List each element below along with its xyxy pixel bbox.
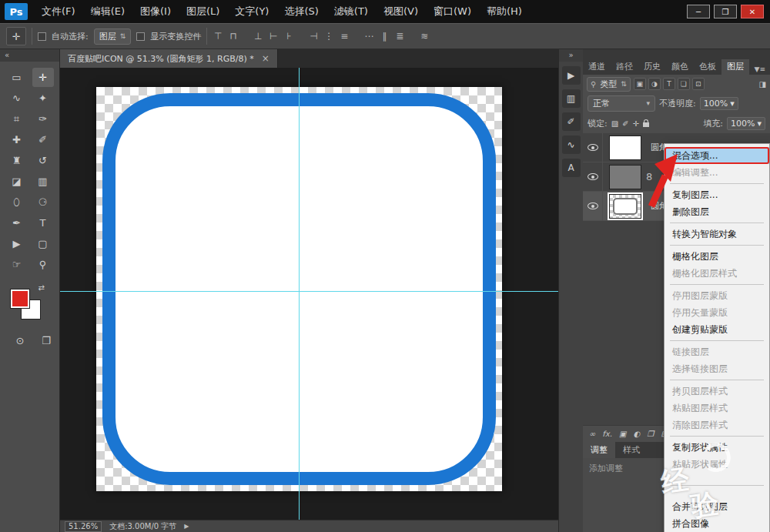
auto-select-checkbox[interactable] <box>38 32 46 41</box>
character-panel-icon[interactable]: A <box>562 159 581 177</box>
new-adjustment-layer-icon[interactable]: ◐ <box>633 430 640 438</box>
canvas-area[interactable] <box>60 68 558 520</box>
history-brush-tool[interactable]: ↺ <box>32 151 54 170</box>
menu-image[interactable]: 图像(I) <box>132 0 179 23</box>
menu-window[interactable]: 窗口(W) <box>426 0 479 23</box>
rectangular-marquee-tool[interactable]: ▭ <box>6 68 28 87</box>
foreground-color-swatch[interactable] <box>11 289 29 308</box>
collapse-tools-icon[interactable]: « <box>0 49 59 62</box>
align-left-edges-icon[interactable]: ⊢ <box>268 31 279 42</box>
eyedropper-tool[interactable]: ✑ <box>32 109 54 129</box>
path-selection-tool[interactable]: ▶ <box>6 234 28 253</box>
visibility-toggle[interactable] <box>583 133 603 162</box>
adjustments-panel-icon[interactable]: ▥ <box>562 89 581 108</box>
brush-tool[interactable]: ✐ <box>32 130 54 149</box>
zoom-level-field[interactable]: 51.26% <box>65 521 102 532</box>
lock-all-icon[interactable] <box>643 122 649 127</box>
auto-select-target-select[interactable]: 图层 ⇅ <box>94 28 132 45</box>
shape-tool[interactable]: ▢ <box>32 234 54 253</box>
context-menu-item[interactable]: 创建剪贴蒙版 <box>665 321 769 338</box>
align-vertical-centers-icon[interactable]: ⊓ <box>228 31 239 42</box>
menu-select[interactable]: 选择(S) <box>276 0 326 23</box>
menu-file[interactable]: 文件(F) <box>34 0 83 23</box>
new-group-icon[interactable]: ❐ <box>647 430 654 438</box>
type-tool[interactable]: T <box>32 213 54 233</box>
fill-input[interactable]: 100% ▾ <box>727 117 765 130</box>
hand-tool[interactable]: ☞ <box>6 255 28 274</box>
quick-selection-tool[interactable]: ✦ <box>32 89 54 108</box>
align-top-edges-icon[interactable]: ⊤ <box>213 31 223 42</box>
distribute-horizontal-centers-icon[interactable]: ≣ <box>394 31 405 42</box>
context-menu-item[interactable]: 转换为智能对象 <box>665 226 769 243</box>
menu-view[interactable]: 视图(V) <box>376 0 426 23</box>
tab-color[interactable]: 颜色 <box>666 59 694 75</box>
screen-mode-icon[interactable]: ❐ <box>35 331 57 350</box>
clone-source-panel-icon[interactable]: ∿ <box>562 136 581 154</box>
align-bottom-edges-icon[interactable]: ⊥ <box>253 31 263 42</box>
eraser-tool[interactable]: ◪ <box>6 172 28 191</box>
menu-layer[interactable]: 图层(L) <box>179 0 227 23</box>
lasso-tool[interactable]: ∿ <box>6 89 28 108</box>
layer-style-fx-icon[interactable]: fx. <box>602 430 612 438</box>
swap-colors-icon[interactable]: ⇄ <box>38 283 45 292</box>
move-tool-preset-icon[interactable]: ✛ <box>6 27 26 45</box>
tab-layers[interactable]: 图层 <box>721 59 749 75</box>
filter-smart-objects-icon[interactable]: ⊡ <box>692 78 705 90</box>
gradient-tool[interactable]: ▥ <box>32 172 54 191</box>
distribute-right-edges-icon[interactable]: ≋ <box>419 31 430 42</box>
close-button[interactable]: ✕ <box>741 5 764 18</box>
visibility-toggle[interactable] <box>583 162 603 191</box>
quick-mask-icon[interactable]: ⊙ <box>9 331 31 350</box>
layer-filter-kind-select[interactable]: ⚲ 类型 ⇅ <box>587 77 631 92</box>
tab-paths[interactable]: 路径 <box>611 59 638 75</box>
restore-button[interactable]: ❐ <box>714 5 737 18</box>
tab-swatches[interactable]: 色板 <box>694 59 721 75</box>
tab-adjustments[interactable]: 调整 <box>583 442 615 458</box>
distribute-left-edges-icon[interactable]: ∥ <box>379 31 390 42</box>
menu-help[interactable]: 帮助(H) <box>479 0 530 23</box>
layer-thumbnail[interactable] <box>609 165 641 189</box>
context-menu-item[interactable]: 栅格化图层 <box>665 248 769 265</box>
tab-styles[interactable]: 样式 <box>615 442 648 458</box>
actions-panel-icon[interactable]: ▶ <box>562 66 581 85</box>
show-transform-controls-checkbox[interactable] <box>136 32 145 41</box>
zoom-tool[interactable]: ⚲ <box>32 255 54 274</box>
layer-thumbnail[interactable] <box>609 194 641 219</box>
blend-mode-select[interactable]: 正常 ▾ <box>588 95 655 112</box>
panel-menu-icon[interactable]: ▼≡ <box>750 64 770 75</box>
tab-history[interactable]: 历史 <box>638 59 666 75</box>
move-tool[interactable]: ✛ <box>32 68 54 87</box>
align-right-edges-icon[interactable]: ⊣ <box>308 31 319 42</box>
opacity-input[interactable]: 100% ▾ <box>700 97 738 110</box>
close-document-icon[interactable]: × <box>262 53 270 64</box>
brush-panel-icon[interactable]: ✐ <box>562 112 581 131</box>
lock-position-icon[interactable]: ✛ <box>633 119 639 128</box>
distribute-bottom-edges-icon[interactable]: ⋯ <box>363 31 374 42</box>
align-horizontal-centers-icon[interactable]: ⊦ <box>283 31 294 42</box>
lock-image-pixels-icon[interactable]: ✐ <box>622 119 628 128</box>
distribute-vertical-centers-icon[interactable]: ≡ <box>339 31 350 42</box>
filter-adjustment-layers-icon[interactable]: ◑ <box>648 78 661 90</box>
visibility-toggle[interactable] <box>583 192 603 220</box>
minimize-button[interactable]: ─ <box>687 5 710 18</box>
context-menu-item[interactable]: 合并可见图层 <box>665 498 769 515</box>
crop-tool[interactable]: ⌗ <box>6 109 28 129</box>
tab-channels[interactable]: 通道 <box>583 59 611 75</box>
status-flyout-icon[interactable]: ▶ <box>184 523 189 530</box>
document-tab[interactable]: 百度贴吧ICON @ 51.3% (圆角矩形 1, RGB/8) * × <box>60 49 278 68</box>
context-menu-item[interactable]: 拼合图像 <box>665 515 769 532</box>
expand-dock-icon[interactable]: » <box>559 49 583 62</box>
distribute-top-edges-icon[interactable]: ⋮ <box>323 31 334 42</box>
filter-type-layers-icon[interactable]: T <box>663 78 675 90</box>
menu-filter[interactable]: 滤镜(T) <box>326 0 376 23</box>
menu-type[interactable]: 文字(Y) <box>227 0 276 23</box>
context-menu-item[interactable]: 复制形状属性 <box>665 439 769 456</box>
pen-tool[interactable]: ✒ <box>6 213 28 233</box>
menu-edit[interactable]: 编辑(E) <box>83 0 132 23</box>
layer-filter-toggle-icon[interactable]: ◨ <box>759 80 766 89</box>
add-layer-mask-icon[interactable]: ▣ <box>619 430 626 438</box>
lock-transparent-pixels-icon[interactable]: ▨ <box>611 119 618 128</box>
dodge-tool[interactable]: ⚆ <box>32 192 54 212</box>
filter-shape-layers-icon[interactable]: ❏ <box>678 78 690 90</box>
layer-thumbnail[interactable] <box>609 136 641 160</box>
